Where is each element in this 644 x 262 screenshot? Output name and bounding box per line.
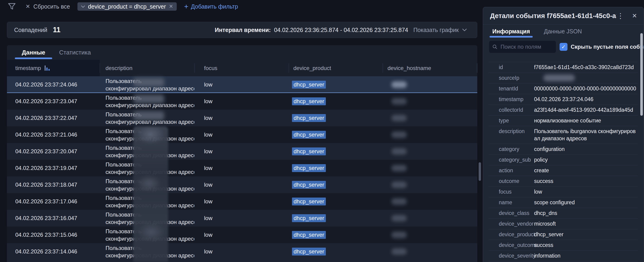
field-value: 04.02.2026 23:37:24.046	[534, 96, 638, 103]
table-row[interactable]: 04.02.2026 23:37:23.047 Пользователь ско…	[7, 93, 477, 110]
field-label: type	[488, 117, 534, 124]
field-row-device_outcome: device_outcome success	[488, 240, 638, 251]
results-card: Данные Статистика timestamp description …	[7, 45, 477, 262]
hide-empty-checkbox[interactable]: ✓ Скрыть пустые поля события	[560, 41, 644, 53]
table-row[interactable]: 04.02.2026 23:37:15.046 Пользователь ско…	[7, 226, 477, 243]
table-row[interactable]: 04.02.2026 23:37:18.047 Пользователь ско…	[7, 176, 477, 193]
show-chart-toggle[interactable]: Показать график	[413, 22, 467, 38]
cell-description: Пользователь сконфигурировал диапазон ад…	[100, 110, 194, 126]
table-row[interactable]: 04.02.2026 23:37:14.046 Пользователь ско…	[7, 243, 477, 260]
filter-chip-label: device_product = dhcp_server	[88, 3, 166, 10]
field-value: information	[534, 252, 638, 260]
search-input[interactable]	[500, 43, 553, 50]
field-label: description	[488, 128, 534, 142]
field-label: sourceIp	[488, 74, 534, 82]
table-scrollbar[interactable]	[479, 162, 481, 181]
matches-count: 11	[53, 26, 60, 34]
cell-description: Пользователь сконфигурировал диапазон ад…	[100, 76, 194, 93]
column-header-timestamp[interactable]: timestamp	[7, 60, 100, 76]
table-row[interactable]: 04.02.2026 23:37:17.046 Пользователь ско…	[7, 193, 477, 210]
table-row[interactable]: 04.02.2026 23:37:20.047 Пользователь ско…	[7, 143, 477, 160]
field-label: device_outcome	[488, 242, 534, 249]
checkbox-checked-icon[interactable]: ✓	[560, 43, 568, 51]
field-label: timestamp	[488, 96, 534, 103]
app-root: ✕ Сбросить все device_product = dhcp_ser…	[0, 0, 644, 262]
next-row-sliver	[7, 260, 477, 262]
cell-focus: low	[194, 143, 289, 160]
highlighted-value: dhcp_server	[292, 181, 326, 189]
field-row-sourceIp: sourceIp	[488, 73, 638, 84]
kebab-menu-icon[interactable]: ⋮	[617, 12, 624, 20]
redacted-username	[133, 78, 164, 87]
cell-device-hostname	[383, 176, 477, 193]
tab-information-label: Информация	[492, 28, 530, 35]
cell-device-hostname	[383, 143, 477, 160]
redacted-hostname	[392, 165, 407, 171]
column-label: description	[106, 65, 132, 72]
panel-tabs: Информация Данные JSON	[483, 24, 644, 38]
clear-icon: ✕	[26, 3, 30, 10]
field-value: success	[534, 178, 638, 185]
matches-counter: Совпадений 11	[14, 22, 60, 38]
column-header-device-hostname[interactable]: device_hostname	[383, 60, 477, 76]
tab-statistics[interactable]: Статистика	[52, 45, 98, 60]
table-row[interactable]: 04.02.2026 23:37:19.047 Пользователь ско…	[7, 160, 477, 176]
field-search[interactable]	[489, 41, 556, 53]
search-icon	[492, 44, 498, 50]
cell-timestamp: 04.02.2026 23:37:24.046	[7, 76, 100, 93]
cell-timestamp: 04.02.2026 23:37:18.047	[7, 176, 100, 193]
cell-device-product: dhcp_server	[289, 76, 383, 93]
redacted-hostname	[392, 232, 407, 238]
field-value: 00000000-0000-0000-0000-000000000000	[534, 85, 638, 92]
clear-all-filters-button[interactable]: ✕ Сбросить все	[26, 3, 70, 10]
column-header-device-product[interactable]: device_product	[289, 60, 383, 76]
close-icon[interactable]: ✕	[632, 12, 637, 20]
header-edge-divider	[477, 63, 477, 73]
cell-focus: low	[194, 210, 289, 226]
redacted-username	[133, 111, 164, 120]
cell-device-product: dhcp_server	[289, 243, 383, 260]
column-header-description[interactable]: description	[100, 60, 194, 76]
field-row-device_product: device_product dhcp_server	[488, 229, 638, 240]
redacted-description-area	[133, 126, 168, 262]
interval-value: 04.02.2026 23:36:25.874 - 04.02.2026 23:…	[274, 27, 408, 34]
field-value: dhcp_server	[534, 231, 638, 238]
redacted-hostname	[392, 82, 407, 88]
tab-information[interactable]: Информация	[490, 24, 533, 38]
add-filter-button[interactable]: + Добавить фильтр	[184, 3, 238, 10]
tab-data[interactable]: Данные	[15, 45, 52, 60]
tab-statistics-label: Статистика	[59, 49, 91, 56]
remove-filter-icon[interactable]: ✕	[169, 4, 173, 10]
view-tabs: Данные Статистика	[7, 45, 98, 60]
field-row-timestamp: timestamp 04.02.2026 23:37:24.046	[488, 94, 638, 105]
field-value: a23f14d4-aeef-4513-9920-442a189da45d	[534, 106, 638, 114]
table-row[interactable]: 04.02.2026 23:37:24.046 Пользователь ско…	[7, 76, 477, 93]
table-row[interactable]: 04.02.2026 23:37:21.046 Пользователь ско…	[7, 126, 477, 143]
field-value: create	[534, 167, 638, 174]
tab-json-data[interactable]: Данные JSON	[541, 24, 585, 38]
sort-descending-icon[interactable]	[45, 66, 50, 71]
filter-bar: ✕ Сбросить все device_product = dhcp_ser…	[0, 0, 478, 13]
column-header-focus[interactable]: focus	[194, 60, 289, 76]
table-row[interactable]: 04.02.2026 23:37:16.047 Пользователь ско…	[7, 210, 477, 226]
field-label: device_product	[488, 231, 534, 238]
cell-timestamp: 04.02.2026 23:37:20.047	[7, 143, 100, 160]
filter-chip[interactable]: device_product = dhcp_server ✕	[78, 2, 177, 11]
table-row[interactable]: 04.02.2026 23:37:22.047 Пользователь ско…	[7, 110, 477, 126]
field-row-focus: focus low	[488, 187, 638, 197]
field-label: collectorId	[488, 106, 534, 114]
cell-device-product: dhcp_server	[289, 193, 383, 210]
redacted-hostname	[392, 132, 407, 138]
cell-focus: low	[194, 93, 289, 110]
redacted-hostname	[392, 182, 407, 188]
field-label: action	[488, 167, 534, 174]
redacted-value	[543, 74, 575, 82]
cell-focus: low	[194, 243, 289, 260]
panel-scrollbar[interactable]	[640, 33, 643, 116]
redacted-hostname	[392, 98, 407, 104]
column-label: timestamp	[15, 65, 41, 72]
cell-timestamp: 04.02.2026 23:37:23.047	[7, 93, 100, 110]
cell-timestamp: 04.02.2026 23:37:14.046	[7, 243, 100, 260]
redacted-hostname	[392, 215, 407, 222]
highlighted-value: dhcp_server	[292, 148, 326, 155]
